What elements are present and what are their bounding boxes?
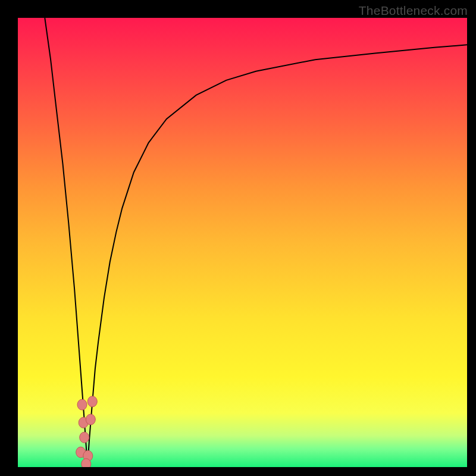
data-point — [87, 396, 97, 407]
data-point — [82, 459, 91, 467]
curve-svg — [18, 18, 467, 467]
plot-area — [18, 18, 467, 467]
watermark-text: TheBottleneck.com — [359, 4, 468, 18]
curve-right-branch — [87, 45, 467, 467]
scatter-points — [76, 396, 98, 467]
chart-frame: TheBottleneck.com — [0, 0, 476, 476]
data-point — [77, 399, 87, 410]
data-point — [86, 414, 95, 425]
data-point — [80, 432, 89, 443]
